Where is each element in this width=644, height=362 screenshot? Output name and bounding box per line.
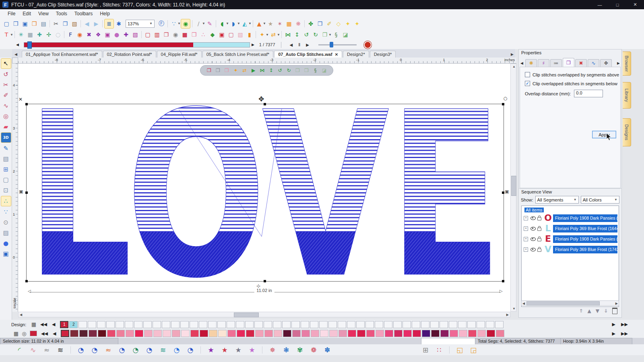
- thread-swatch[interactable]: [477, 330, 486, 337]
- tabs-scroll-right-icon[interactable]: ▶: [511, 52, 514, 56]
- visibility-eye-icon[interactable]: [530, 237, 536, 241]
- play-green-icon[interactable]: ▶: [250, 67, 257, 74]
- design-slot-empty[interactable]: [449, 321, 457, 328]
- save-icon[interactable]: ▣: [21, 19, 29, 28]
- close-button[interactable]: ✕: [626, 0, 644, 9]
- design-slot-empty[interactable]: [402, 321, 411, 328]
- design-slot-empty[interactable]: [467, 321, 476, 328]
- design-slot-empty[interactable]: [430, 321, 439, 328]
- thread-swatch[interactable]: [98, 330, 106, 337]
- group-icon-caret[interactable]: ▼: [328, 33, 331, 37]
- thread-swatch[interactable]: [107, 330, 116, 337]
- design-slot-empty[interactable]: [495, 321, 504, 328]
- paste-icon[interactable]: ▧: [70, 19, 79, 28]
- copy-icon[interactable]: ❐: [61, 19, 70, 28]
- rotate-left-icon[interactable]: ↺: [302, 30, 311, 39]
- thread-swatch[interactable]: [329, 330, 338, 337]
- design-slot-empty[interactable]: [264, 321, 272, 328]
- design-slot-empty[interactable]: [291, 321, 300, 328]
- design-slot-empty[interactable]: [328, 321, 337, 328]
- center-point-icon[interactable]: ✦: [258, 30, 266, 39]
- stitch-progress-thumb[interactable]: [27, 41, 32, 49]
- redo-icon[interactable]: ▶: [92, 19, 101, 28]
- gradient-icon-caret[interactable]: ▼: [248, 22, 251, 25]
- design-slot-empty[interactable]: [227, 321, 235, 328]
- thread-next-icon[interactable]: ▶: [612, 331, 615, 336]
- player-pause-icon[interactable]: Ⅱ: [295, 43, 303, 47]
- ghost-frame-icon[interactable]: ▧: [236, 30, 245, 39]
- thread-swatch[interactable]: [89, 330, 97, 337]
- star-purple-icon[interactable]: ★: [206, 345, 216, 355]
- design-slot-empty[interactable]: [254, 321, 263, 328]
- move-down-icon[interactable]: ▼: [596, 308, 599, 314]
- thread-swatch[interactable]: [366, 330, 375, 337]
- tabs-scroll-left-icon[interactable]: ◀: [14, 52, 17, 56]
- design-slot-empty[interactable]: [393, 321, 402, 328]
- thread-swatch[interactable]: [385, 330, 393, 337]
- frame-red-icon[interactable]: ▢: [143, 30, 152, 39]
- satin-arc-5-icon[interactable]: ◔: [144, 345, 154, 355]
- design-slot-empty[interactable]: [365, 321, 374, 328]
- thread-grid-icon[interactable]: ▦: [12, 330, 20, 337]
- thread-swatch[interactable]: [116, 330, 125, 337]
- zigzag-dense-icon[interactable]: ≋: [56, 345, 65, 355]
- thread-swatch[interactable]: [144, 330, 153, 337]
- undo-icon[interactable]: ◀: [83, 19, 91, 28]
- node-edit-tool-icon[interactable]: ∿: [1, 101, 11, 111]
- stitch-progress-track[interactable]: [24, 42, 250, 47]
- thread-swatch[interactable]: [153, 330, 162, 337]
- diamonds-icon[interactable]: ❖: [94, 30, 103, 39]
- design-slot-empty[interactable]: [440, 321, 448, 328]
- sequence-list-icon[interactable]: ≣: [104, 19, 114, 29]
- thread-swatch[interactable]: [79, 330, 88, 337]
- overlap-distance-input[interactable]: 0.0: [574, 90, 603, 97]
- satin-arc-6-icon[interactable]: ◔: [172, 345, 182, 355]
- sequence-list[interactable]: All items +OFloriani Poly 1908 Dark Pans…: [521, 206, 619, 307]
- thread-swatch[interactable]: [163, 330, 171, 337]
- thread-swatch[interactable]: [200, 330, 208, 337]
- run-stitch-icon[interactable]: ◜: [14, 345, 24, 355]
- applique-icon[interactable]: ▲: [255, 19, 264, 28]
- design-slot-empty[interactable]: [319, 321, 328, 328]
- rotate-handle-icon[interactable]: ○: [504, 96, 508, 101]
- hoop-left-icon[interactable]: ◱: [455, 345, 464, 355]
- player-speed-thumb[interactable]: [330, 42, 333, 47]
- vertical-scroll-thumb[interactable]: [511, 176, 516, 196]
- thread-swatch[interactable]: [264, 330, 273, 337]
- thread-swatch[interactable]: [209, 330, 217, 337]
- scroll-down-icon[interactable]: ▼: [512, 307, 516, 311]
- color-fill-icon[interactable]: ◗: [229, 19, 238, 28]
- spray-icon[interactable]: ✖: [85, 30, 93, 39]
- thread-ball-icon[interactable]: ◖: [218, 19, 227, 28]
- player-prev-icon[interactable]: ◀: [287, 43, 296, 47]
- thread-swatch[interactable]: [422, 330, 430, 337]
- player-stop-icon[interactable]: [364, 41, 372, 49]
- color-fill-icon-caret[interactable]: ▼: [237, 22, 240, 25]
- maximize-button[interactable]: □: [609, 0, 626, 9]
- thread-swatch[interactable]: [487, 330, 495, 337]
- design-slot-empty[interactable]: [477, 321, 485, 328]
- dimension-arrow-left-icon[interactable]: ◁: [28, 289, 31, 293]
- center-orange-icon[interactable]: ✦: [232, 67, 239, 74]
- star-gold-icon[interactable]: ✦: [343, 19, 352, 28]
- print-icon[interactable]: ▤: [39, 19, 48, 28]
- clip-below-checkbox[interactable]: ✓: [525, 81, 530, 86]
- glow-icon[interactable]: ◇: [334, 19, 343, 28]
- thread-swatch[interactable]: [468, 330, 477, 337]
- cut-icon[interactable]: ✂: [52, 19, 60, 28]
- design-slot-empty[interactable]: [245, 321, 254, 328]
- align-2-icon[interactable]: ❐: [303, 67, 310, 74]
- knife-tool-icon[interactable]: ✐: [1, 90, 11, 100]
- document-tab-6[interactable]: Design2*: [343, 51, 369, 58]
- center-point-icon-caret[interactable]: ▼: [266, 33, 268, 37]
- thread-swatch[interactable]: [394, 330, 402, 337]
- gradient-icon[interactable]: ◭: [240, 19, 249, 28]
- thread-swatch[interactable]: [311, 330, 319, 337]
- flip-h-green-icon[interactable]: ⋈: [258, 67, 266, 74]
- scatter-teal-icon[interactable]: ✳: [17, 30, 25, 39]
- open-icon[interactable]: ❒: [11, 19, 20, 28]
- motif-5-icon[interactable]: ✽: [322, 345, 332, 355]
- design-slot-empty[interactable]: [282, 321, 291, 328]
- ghost-tool-icon[interactable]: ●: [1, 239, 11, 248]
- design-slot-empty[interactable]: [153, 321, 161, 328]
